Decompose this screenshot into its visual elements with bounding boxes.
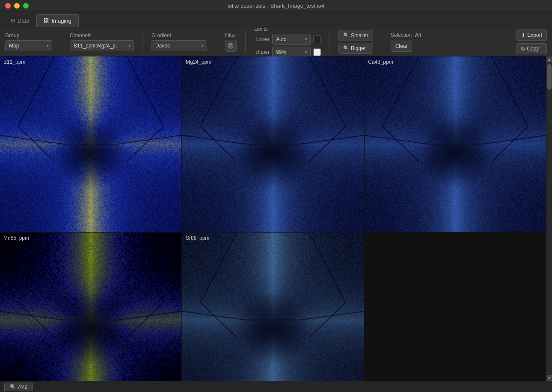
canvas-mg24 <box>182 56 364 232</box>
filter-label: Filter <box>225 32 237 38</box>
upper-color-swatch[interactable] <box>313 48 321 56</box>
smaller-button[interactable]: 🔍 Smaller <box>338 30 373 41</box>
data-tab-icon: ⊞ <box>11 18 15 24</box>
image-cell-mg24[interactable]: Mg24_ppm <box>182 56 364 232</box>
separator-5 <box>329 31 330 53</box>
clear-button[interactable]: Clear <box>391 41 413 52</box>
group-select-wrapper: Map Time Series Custom ▼ <box>5 40 52 51</box>
lower-select[interactable]: Auto Min Custom <box>272 34 311 45</box>
status-bar: 🔍 AV2 <box>0 381 552 392</box>
limits-label: Limits <box>254 26 321 32</box>
limits-upper-row: Upper 99% 95% 100% ▼ <box>254 47 321 58</box>
copy-label: Copy <box>527 46 539 52</box>
image-cell-b11[interactable]: B11_ppm <box>0 56 181 232</box>
separator-2 <box>142 31 143 53</box>
main-content: B11_ppm Mg24_ppm Ca43_ppm Mn55_ppm Sr88_… <box>0 56 552 381</box>
scroll-down-button[interactable]: ▼ <box>546 375 552 381</box>
image-cell-empty <box>365 233 546 381</box>
gradient-control: Gradient Davos Viridis Plasma Inferno ▼ <box>151 32 207 51</box>
limits-lower-row: Lower Auto Min Custom ▼ <box>254 34 321 45</box>
image-cell-ca43[interactable]: Ca43_ppm <box>365 56 546 232</box>
upper-select-wrapper: 99% 95% 100% ▼ <box>272 47 311 58</box>
selection-all-text: All <box>415 32 421 38</box>
selection-label: Selection <box>391 32 412 38</box>
tab-imaging[interactable]: 🖼 Imaging <box>36 14 78 27</box>
canvas-ca43 <box>365 56 546 232</box>
selection-header: Selection All <box>391 32 421 38</box>
tab-data[interactable]: ⊞ Data <box>3 14 36 27</box>
gradient-select[interactable]: Davos Viridis Plasma Inferno <box>151 40 207 51</box>
filter-icon <box>227 42 234 49</box>
bigger-label: Bigger <box>351 45 366 51</box>
selection-buttons: Clear <box>391 41 421 52</box>
svg-point-1 <box>229 44 232 47</box>
filter-button[interactable] <box>225 40 237 52</box>
imaging-tab-icon: 🖼 <box>44 18 49 24</box>
separator-6 <box>382 31 382 53</box>
selection-control: Selection All Clear <box>391 32 421 52</box>
smaller-icon: 🔍 <box>343 32 349 38</box>
limits-section: Lower Auto Min Custom ▼ Upper 99% 95% <box>254 34 321 58</box>
tab-imaging-label: Imaging <box>51 18 71 24</box>
close-button[interactable] <box>5 3 11 9</box>
smaller-label: Smaller <box>351 32 368 38</box>
scrollbar[interactable]: ▲ ▼ <box>546 56 552 381</box>
window-title: iolite essentials - Shark_Image_test.io4 <box>228 3 324 9</box>
scroll-thumb[interactable] <box>547 64 552 90</box>
separator-3 <box>216 31 216 53</box>
channels-select[interactable]: B11_ppm;Mg24_p... <box>70 40 134 51</box>
window-controls[interactable] <box>5 3 29 9</box>
gradient-label: Gradient <box>151 32 207 38</box>
canvas-mn55 <box>0 233 181 381</box>
group-label: Group <box>5 32 52 38</box>
separator-4 <box>245 31 246 53</box>
channels-control: Channels B11_ppm;Mg24_p... ▼ <box>70 32 134 51</box>
lower-select-wrapper: Auto Min Custom ▼ <box>272 34 311 45</box>
export-button[interactable]: ⬆ Export <box>516 29 547 41</box>
filter-control: Filter <box>225 32 237 52</box>
upper-select[interactable]: 99% 95% 100% <box>272 47 311 58</box>
copy-button[interactable]: ⧉ Copy <box>516 43 547 54</box>
lower-label: Lower <box>254 36 270 42</box>
maximize-button[interactable] <box>23 3 29 9</box>
separator-1 <box>61 31 61 53</box>
bigger-icon: 🔍 <box>343 45 349 51</box>
group-select[interactable]: Map Time Series Custom <box>5 40 52 51</box>
bigger-button[interactable]: 🔍 Bigger <box>338 43 373 54</box>
export-icon: ⬆ <box>521 32 525 38</box>
title-bar: iolite essentials - Shark_Image_test.io4 <box>0 0 552 12</box>
group-control: Group Map Time Series Custom ▼ <box>5 32 52 51</box>
clear-label: Clear <box>395 43 408 49</box>
status-tab-icon: 🔍 <box>10 384 16 390</box>
image-grid-container: B11_ppm Mg24_ppm Ca43_ppm Mn55_ppm Sr88_… <box>0 56 546 381</box>
gradient-select-wrapper: Davos Viridis Plasma Inferno ▼ <box>151 40 207 51</box>
tab-data-label: Data <box>18 18 29 24</box>
toolbar: Group Map Time Series Custom ▼ Channels … <box>0 27 552 56</box>
size-control: 🔍 Smaller 🔍 Bigger <box>338 30 373 54</box>
canvas-b11 <box>0 56 181 232</box>
right-buttons: ⬆ Export ⧉ Copy <box>516 29 547 54</box>
image-cell-sr88[interactable]: Sr88_ppm <box>182 233 364 381</box>
canvas-sr88 <box>182 233 364 381</box>
minimize-button[interactable] <box>14 3 20 9</box>
copy-icon: ⧉ <box>521 46 525 52</box>
export-label: Export <box>527 32 542 38</box>
lower-color-swatch[interactable] <box>313 35 321 43</box>
limits-control: Limits Lower Auto Min Custom ▼ Upper <box>254 26 321 58</box>
image-grid: B11_ppm Mg24_ppm Ca43_ppm Mn55_ppm Sr88_… <box>0 56 546 381</box>
scroll-up-button[interactable]: ▲ <box>546 56 552 62</box>
channels-label: Channels <box>70 32 134 38</box>
status-tab-av2[interactable]: 🔍 AV2 <box>4 383 33 391</box>
image-cell-mn55[interactable]: Mn55_ppm <box>0 233 181 381</box>
status-tab-label: AV2 <box>18 384 27 390</box>
tab-bar: ⊞ Data 🖼 Imaging <box>0 12 552 27</box>
channels-select-wrapper: B11_ppm;Mg24_p... ▼ <box>70 40 134 51</box>
upper-label: Upper <box>254 49 270 55</box>
